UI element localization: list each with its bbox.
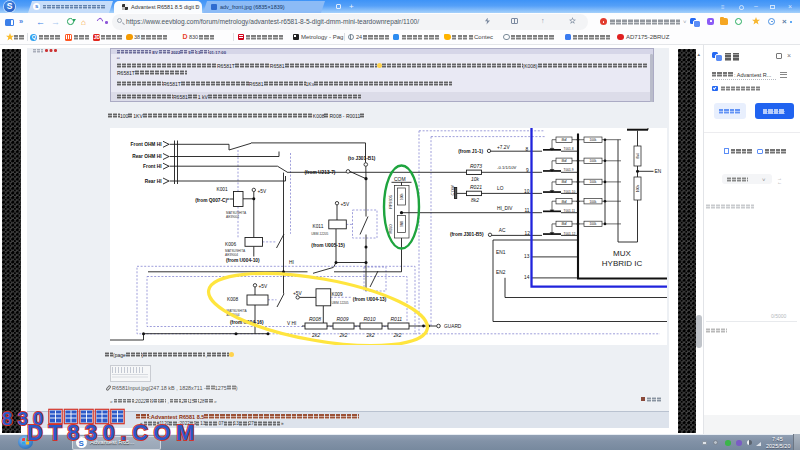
svg-text:HYBRID IC: HYBRID IC (602, 259, 643, 268)
svg-text:+5V: +5V (258, 189, 267, 194)
svg-text:V HI: V HI (287, 321, 296, 326)
svg-text:UBM-12205: UBM-12205 (311, 232, 328, 236)
svg-text:R009: R009 (337, 316, 349, 322)
svg-text:+5V: +5V (341, 202, 350, 207)
svg-text:K008: K008 (227, 297, 239, 302)
svg-text:2k2: 2k2 (339, 332, 348, 338)
svg-text:14: 14 (524, 275, 530, 280)
svg-text:K001: K001 (217, 187, 229, 192)
svg-text:COM: COM (394, 176, 406, 182)
svg-text:R073: R073 (470, 163, 482, 169)
svg-text:10: 10 (524, 189, 530, 194)
svg-text:8k4: 8k4 (561, 200, 566, 204)
svg-text:9: 9 (526, 168, 529, 173)
svg-text:+5V: +5V (259, 284, 268, 289)
svg-text:11: 11 (525, 208, 530, 213)
svg-text:10k: 10k (471, 176, 480, 182)
svg-text:GUARD: GUARD (444, 324, 462, 329)
svg-text:100k: 100k (400, 193, 404, 200)
svg-text:(from U004-10): (from U004-10) (226, 258, 260, 263)
svg-text:K011: K011 (313, 224, 324, 229)
svg-text:(from J301-B5): (from J301-B5) (450, 232, 484, 237)
svg-text:9M9: 9M9 (400, 221, 404, 227)
svg-text:MATSUSHITA: MATSUSHITA (226, 211, 247, 215)
svg-text:K006: K006 (225, 242, 237, 247)
svg-text:Rear HI: Rear HI (145, 179, 162, 184)
svg-text:100k: 100k (590, 222, 597, 226)
svg-text:8k4: 8k4 (561, 138, 566, 142)
svg-text:LO: LO (497, 186, 504, 191)
svg-text:T001.12: T001.12 (564, 232, 576, 236)
svg-text:(from J1-1): (from J1-1) (458, 149, 483, 154)
svg-text:T001.8: T001.8 (564, 147, 574, 151)
svg-text:R050: R050 (389, 224, 393, 233)
svg-text:AE39004: AE39004 (226, 215, 239, 219)
svg-text:R008: R008 (309, 316, 321, 322)
svg-text:COM: COM (450, 185, 455, 195)
svg-text:T001.10: T001.10 (564, 190, 576, 194)
svg-text:R011: R011 (391, 316, 403, 322)
svg-text:8k2: 8k2 (471, 197, 479, 203)
svg-text:T001.11: T001.11 (564, 209, 576, 213)
svg-text:AC: AC (499, 228, 506, 233)
svg-text:K009: K009 (332, 292, 344, 297)
svg-text:HI: HI (289, 260, 294, 265)
svg-text:(from U005-15): (from U005-15) (311, 243, 345, 248)
svg-text:AE39004: AE39004 (225, 253, 238, 257)
svg-text:8k4: 8k4 (636, 153, 640, 159)
svg-text:UBM-12205: UBM-12205 (332, 301, 349, 305)
svg-text:2k2: 2k2 (311, 332, 320, 338)
svg-text:8: 8 (526, 147, 529, 152)
svg-text:T001.9: T001.9 (564, 168, 574, 172)
svg-text:DT830.COM: DT830.COM (27, 420, 200, 445)
svg-text:(to J301-B1): (to J301-B1) (348, 156, 376, 161)
svg-text:Front OHM HI: Front OHM HI (131, 142, 163, 147)
svg-text:(from Q007-C)*: (from Q007-C)* (195, 198, 229, 203)
svg-text:100k: 100k (590, 180, 597, 184)
svg-text:2k2: 2k2 (393, 332, 402, 338)
svg-text:EN1: EN1 (496, 250, 506, 255)
svg-text:HI_DIV: HI_DIV (497, 206, 513, 211)
svg-text:+7.2V: +7.2V (497, 145, 510, 150)
svg-text:13: 13 (524, 254, 530, 259)
svg-text:100k: 100k (590, 138, 597, 142)
svg-text:(from U213-7): (from U213-7) (305, 170, 336, 175)
svg-text:100k: 100k (636, 185, 640, 193)
svg-text:2k2: 2k2 (366, 332, 375, 338)
svg-text:8k4: 8k4 (561, 159, 566, 163)
svg-text:Front HI: Front HI (143, 164, 162, 169)
svg-text:100k: 100k (590, 200, 597, 204)
svg-text:EN: EN (655, 169, 662, 174)
svg-text:RF9305: RF9305 (389, 195, 393, 209)
svg-text:MUX: MUX (613, 249, 631, 258)
svg-text:(from U004-13): (from U004-13) (353, 297, 387, 302)
svg-text:12: 12 (525, 231, 531, 236)
svg-text:MATSUSHITA: MATSUSHITA (225, 249, 246, 253)
svg-text:-0.1/1/10V: -0.1/1/10V (497, 165, 517, 170)
svg-text:EN2: EN2 (496, 270, 506, 275)
svg-text:Rear OHM HI: Rear OHM HI (132, 154, 162, 159)
svg-text:R010: R010 (364, 316, 376, 322)
svg-text:8k4: 8k4 (561, 222, 566, 226)
svg-text:+5V: +5V (293, 291, 302, 296)
svg-text:8: 8 (2, 408, 13, 429)
svg-text:8k4: 8k4 (561, 180, 566, 184)
svg-text:R021: R021 (470, 184, 482, 190)
svg-text:100k: 100k (590, 159, 597, 163)
